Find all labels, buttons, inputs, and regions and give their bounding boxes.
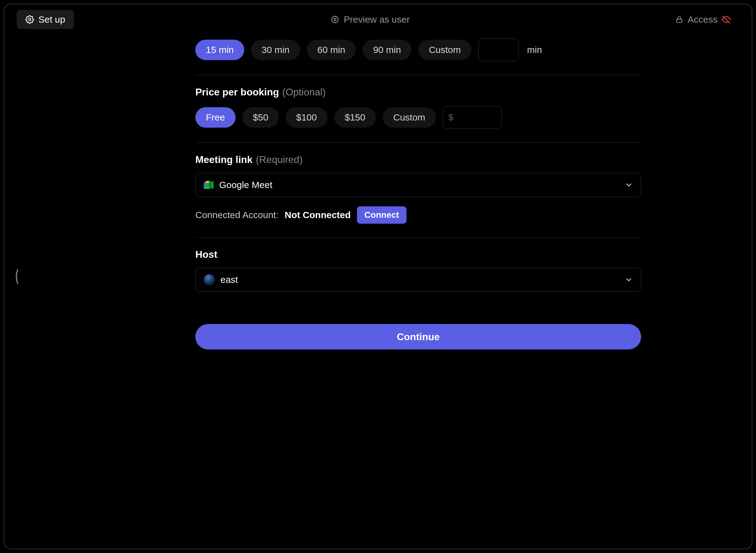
connected-status: Not Connected — [285, 210, 351, 220]
top-tabbar: Set up Preview as user Access — [4, 4, 752, 29]
meeting-section: Meeting link (Required) Google Meet — [195, 143, 641, 238]
meeting-provider-select[interactable]: Google Meet — [195, 173, 641, 197]
chevron-down-icon — [625, 181, 633, 189]
price-custom-input[interactable] — [443, 106, 501, 129]
continue-button[interactable]: Continue — [195, 324, 641, 349]
tab-setup-label: Set up — [38, 14, 65, 25]
svg-rect-3 — [677, 19, 682, 23]
price-section: Price per booking (Optional) Free $50 $1… — [195, 75, 641, 143]
eye-off-icon — [722, 15, 731, 24]
panel-expand-handle[interactable] — [13, 267, 20, 286]
connected-account-row: Connected Account: Not Connected Connect — [195, 206, 641, 224]
svg-rect-5 — [206, 181, 209, 183]
duration-pill-30[interactable]: 30 min — [251, 40, 300, 60]
price-pill-free[interactable]: Free — [195, 107, 235, 128]
tab-access[interactable]: Access — [667, 10, 739, 29]
price-pill-150[interactable]: $150 — [335, 107, 376, 128]
svg-point-0 — [29, 19, 31, 21]
host-section: Host east — [195, 238, 641, 306]
price-pill-100[interactable]: $100 — [286, 107, 327, 128]
duration-pill-90[interactable]: 90 min — [363, 40, 411, 60]
price-pill-custom[interactable]: Custom — [383, 107, 436, 128]
connected-label: Connected Account: — [195, 210, 279, 220]
duration-options: 15 min 30 min 60 min 90 min Custom min — [195, 38, 641, 61]
svg-rect-6 — [204, 183, 206, 187]
tab-preview[interactable]: Preview as user — [322, 10, 418, 29]
tab-preview-label: Preview as user — [344, 14, 409, 25]
price-req: (Optional) — [282, 86, 326, 98]
meeting-title: Meeting link — [195, 154, 253, 165]
host-select[interactable]: east — [195, 268, 641, 292]
meeting-req: (Required) — [256, 154, 302, 165]
price-options: Free $50 $100 $150 Custom — [195, 106, 641, 129]
lock-icon — [675, 15, 683, 23]
svg-rect-7 — [204, 187, 209, 189]
app-window: Set up Preview as user Access 15 min 30 … — [4, 4, 752, 549]
price-title: Price per booking — [195, 86, 279, 98]
duration-pill-60[interactable]: 60 min — [307, 40, 356, 60]
duration-section: 15 min 30 min 60 min 90 min Custom min — [195, 35, 641, 75]
gear-icon — [25, 15, 34, 24]
booking-form: 15 min 30 min 60 min 90 min Custom min P… — [102, 35, 654, 349]
google-meet-icon — [204, 181, 214, 189]
avatar — [204, 274, 215, 285]
duration-pill-custom[interactable]: Custom — [418, 40, 471, 60]
svg-point-1 — [332, 16, 339, 23]
duration-pill-15[interactable]: 15 min — [195, 40, 244, 60]
duration-custom-input[interactable] — [478, 38, 518, 61]
svg-rect-8 — [206, 183, 209, 187]
host-value: east — [220, 274, 619, 285]
scroll-region[interactable]: 15 min 30 min 60 min 90 min Custom min P… — [8, 35, 748, 545]
price-pill-50[interactable]: $50 — [243, 107, 279, 128]
eye-target-icon — [330, 15, 339, 24]
tab-setup[interactable]: Set up — [17, 10, 74, 29]
chevron-down-icon — [625, 276, 633, 284]
duration-suffix: min — [527, 45, 542, 55]
host-title: Host — [195, 249, 217, 260]
tab-access-label: Access — [687, 14, 718, 25]
continue-wrap: Continue — [195, 306, 641, 349]
svg-point-2 — [334, 19, 336, 21]
content-area: 15 min 30 min 60 min 90 min Custom min P… — [8, 35, 748, 545]
meeting-provider-label: Google Meet — [219, 180, 619, 190]
connect-button[interactable]: Connect — [357, 206, 406, 224]
